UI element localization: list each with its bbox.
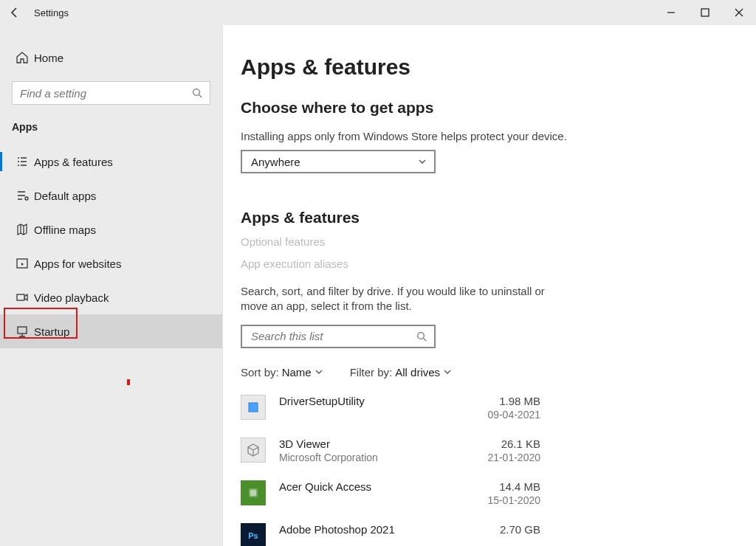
app-row[interactable]: DriverSetupUtility 1.98 MB 09-04-2021 bbox=[241, 395, 543, 438]
search-list-box[interactable] bbox=[241, 325, 436, 348]
map-icon bbox=[12, 223, 32, 236]
app-list: DriverSetupUtility 1.98 MB 09-04-2021 3D… bbox=[241, 395, 543, 547]
svg-line-9 bbox=[424, 338, 427, 341]
sidebar-item-apps-websites[interactable]: Apps for websites bbox=[0, 246, 222, 280]
back-button[interactable] bbox=[0, 0, 30, 25]
sidebar-item-label: Video playback bbox=[34, 291, 109, 304]
chevron-down-icon bbox=[443, 367, 452, 376]
choose-heading: Choose where to get apps bbox=[241, 99, 741, 117]
app-icon: Ps bbox=[241, 523, 266, 547]
main-content: Apps & features Choose where to get apps… bbox=[223, 25, 756, 546]
sidebar-item-label: Offline maps bbox=[34, 224, 96, 236]
app-source-select[interactable]: Anywhere bbox=[241, 150, 436, 173]
sidebar-item-video-playback[interactable]: Video playback bbox=[0, 280, 222, 314]
minimize-button[interactable] bbox=[654, 0, 688, 25]
website-icon bbox=[12, 257, 32, 270]
filter-by-select[interactable]: Filter by: All drives bbox=[350, 366, 452, 379]
video-icon bbox=[12, 291, 32, 304]
app-date: 21-01-2020 bbox=[487, 452, 540, 463]
app-execution-aliases-link[interactable]: App execution aliases bbox=[241, 258, 348, 270]
app-name: Adobe Photoshop 2021 bbox=[279, 523, 395, 536]
svg-rect-6 bbox=[17, 294, 24, 300]
optional-features-link[interactable]: Optional features bbox=[241, 235, 325, 248]
sidebar-section-title: Apps bbox=[12, 121, 222, 133]
search-icon bbox=[416, 331, 427, 342]
list-icon bbox=[12, 155, 32, 168]
close-button[interactable] bbox=[722, 0, 756, 25]
app-size: 14.4 MB bbox=[487, 480, 540, 493]
app-icon bbox=[241, 438, 266, 463]
app-icon bbox=[241, 395, 266, 420]
defaults-icon bbox=[12, 189, 32, 202]
sidebar-item-label: Apps & features bbox=[34, 156, 113, 168]
maximize-button[interactable] bbox=[688, 0, 722, 25]
svg-rect-12 bbox=[250, 490, 256, 496]
startup-icon bbox=[12, 325, 32, 338]
search-list-input[interactable] bbox=[251, 330, 416, 342]
cursor-indicator bbox=[127, 379, 130, 385]
app-date: 09-04-2021 bbox=[487, 409, 540, 421]
app-icon bbox=[241, 480, 266, 505]
search-icon bbox=[192, 88, 202, 98]
app-name: DriverSetupUtility bbox=[279, 395, 365, 407]
page-title: Apps & features bbox=[241, 55, 741, 80]
app-row[interactable]: Ps Adobe Photoshop 2021 2.70 GB bbox=[241, 523, 543, 547]
filter-value: All drives bbox=[395, 366, 440, 379]
app-date: 15-01-2020 bbox=[487, 494, 540, 506]
title-bar: Settings bbox=[0, 0, 756, 25]
sidebar-item-label: Apps for websites bbox=[34, 258, 121, 270]
svg-rect-7 bbox=[18, 327, 27, 334]
sidebar-item-startup[interactable]: Startup bbox=[0, 314, 222, 348]
filter-label: Filter by: bbox=[350, 366, 393, 379]
sidebar-item-label: Startup bbox=[34, 325, 69, 338]
app-row[interactable]: 3D Viewer Microsoft Corporation 26.1 KB … bbox=[241, 438, 543, 480]
choose-description: Installing apps only from Windows Store … bbox=[241, 130, 741, 142]
sidebar: Home Apps Apps & features bbox=[0, 25, 223, 546]
app-name: 3D Viewer bbox=[279, 438, 378, 450]
home-nav[interactable]: Home bbox=[0, 41, 222, 74]
app-size: 26.1 KB bbox=[487, 438, 540, 450]
find-setting-search[interactable] bbox=[12, 81, 210, 105]
svg-line-3 bbox=[199, 95, 202, 98]
chevron-down-icon bbox=[315, 367, 323, 376]
app-name: Acer Quick Access bbox=[279, 480, 371, 493]
window-title: Settings bbox=[34, 7, 69, 18]
sort-value: Name bbox=[282, 366, 312, 379]
svg-point-8 bbox=[418, 332, 425, 339]
app-vendor: Microsoft Corporation bbox=[279, 452, 378, 463]
chevron-down-icon bbox=[418, 157, 427, 166]
sidebar-item-default-apps[interactable]: Default apps bbox=[0, 179, 222, 212]
sort-by-select[interactable]: Sort by: Name bbox=[241, 366, 323, 379]
home-label: Home bbox=[34, 52, 63, 64]
apps-heading: Apps & features bbox=[241, 209, 741, 227]
svg-point-2 bbox=[193, 89, 200, 96]
find-setting-input[interactable] bbox=[20, 87, 192, 100]
sidebar-item-apps-features[interactable]: Apps & features bbox=[0, 145, 222, 179]
svg-point-4 bbox=[25, 197, 28, 200]
sort-label: Sort by: bbox=[241, 366, 279, 379]
app-row[interactable]: Acer Quick Access 14.4 MB 15-01-2020 bbox=[241, 480, 543, 523]
home-icon bbox=[12, 51, 32, 64]
sidebar-item-offline-maps[interactable]: Offline maps bbox=[0, 212, 222, 246]
sidebar-item-label: Default apps bbox=[34, 190, 96, 202]
svg-rect-10 bbox=[249, 403, 258, 412]
app-source-value: Anywhere bbox=[251, 156, 300, 168]
svg-rect-1 bbox=[701, 9, 709, 16]
list-description: Search, sort, and filter by drive. If yo… bbox=[241, 284, 551, 314]
app-size: 2.70 GB bbox=[500, 523, 540, 536]
app-size: 1.98 MB bbox=[487, 395, 540, 407]
